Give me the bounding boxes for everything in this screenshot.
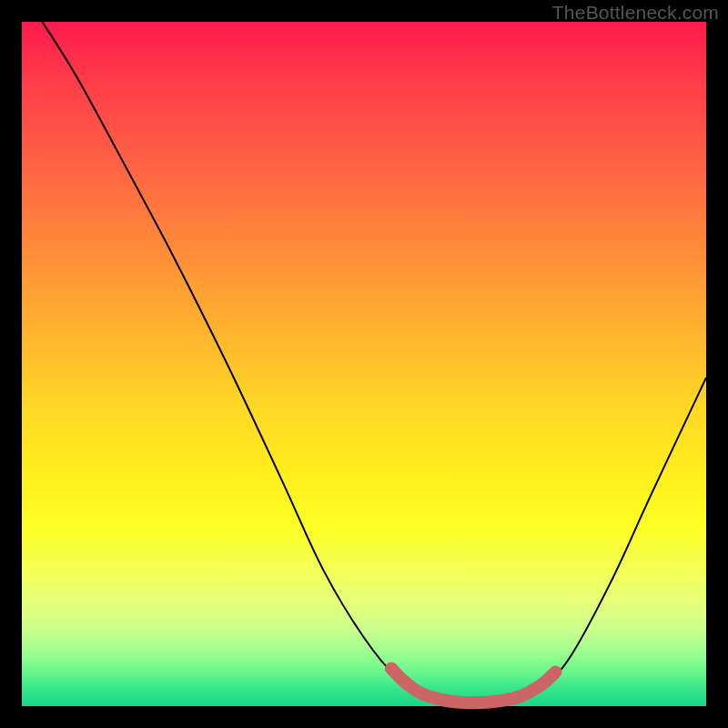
chart-frame: TheBottleneck.com [0,0,728,728]
threshold-band [391,669,555,703]
plot-area [22,22,706,706]
watermark-text: TheBottleneck.com [552,2,719,24]
curve-line [43,22,706,703]
threshold-marker [385,662,398,675]
threshold-marker [399,676,411,689]
chart-svg [22,22,706,706]
